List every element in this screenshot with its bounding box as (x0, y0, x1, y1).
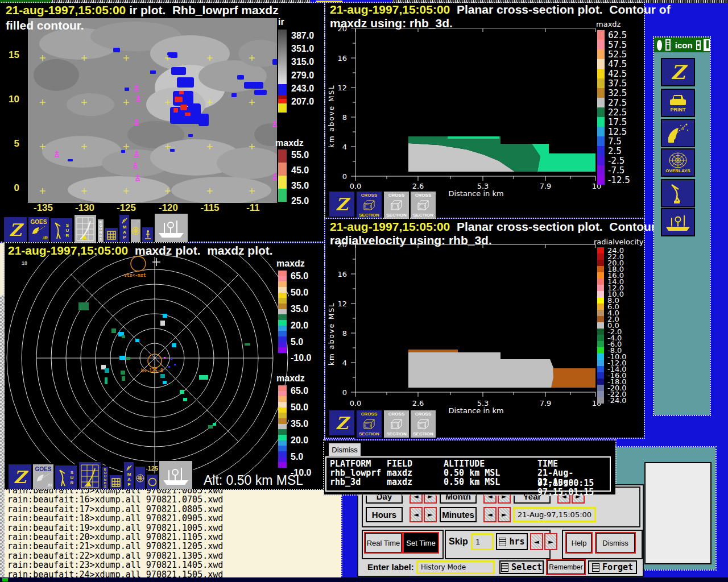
map-star-icon (126, 465, 133, 472)
overlays-button[interactable]: OVERLAYS (661, 148, 695, 177)
cross-section-button[interactable]: CROSS SECTION (410, 190, 437, 220)
bounds-label: BOUNDS (99, 221, 102, 241)
minutes-button[interactable]: Minutes (440, 507, 477, 522)
xs1-colorbar: 62.557.552.547.542.537.532.527.522.517.5… (597, 30, 630, 185)
terminal-line: rain:beaufait:16>xdump.all 970821.0705.x… (7, 494, 223, 504)
hours-button[interactable]: Hours (366, 507, 403, 522)
swatch (597, 366, 604, 372)
swatch (597, 30, 605, 40)
bounds-button[interactable]: BOUNDS (97, 218, 105, 243)
swatch (597, 360, 604, 366)
overlay-rosette-button[interactable] (134, 465, 146, 490)
print-button[interactable]: PRINT (661, 89, 695, 117)
minutes-prev-button[interactable]: ◄ (483, 507, 497, 522)
swatch (597, 260, 604, 266)
remember-button[interactable]: Remember (547, 560, 585, 574)
colorbar-row: 2.5 (597, 146, 630, 156)
swatch (278, 176, 287, 189)
minutes-next-button[interactable]: ► (498, 507, 511, 522)
cube-icon (362, 418, 376, 430)
grid-radar-button[interactable] (73, 214, 97, 244)
skip-prev-button[interactable]: ◄ (530, 533, 543, 550)
zeb-logo-button[interactable]: Z (328, 409, 355, 436)
hours-next-button[interactable]: ► (424, 507, 437, 522)
colorbar-label: 25.0 (291, 193, 309, 209)
window-zoom-button[interactable] (704, 39, 710, 51)
window-iconify-button[interactable] (696, 40, 701, 50)
circle-button[interactable] (146, 473, 159, 490)
ir-plot-window: 21-aug-1997,15:05:00 ir plot. Rhb_lowprf… (0, 3, 324, 242)
bounds-button[interactable]: BOUNDS (101, 465, 109, 490)
swatch (597, 391, 604, 397)
terminal-window[interactable]: rain:beaufait:15>xdump.all 970821.0605.x… (5, 490, 341, 577)
skip-label: Skip (449, 537, 468, 547)
sur-radar-button[interactable]: SUR (54, 464, 78, 490)
goes-satellite-button[interactable] (661, 119, 695, 147)
cross-section-button[interactable]: CROSS SECTION (410, 409, 437, 439)
forget-label: Forget (602, 562, 633, 572)
ir-title-text: ir plot. Rhb_lowprf maxdz (126, 3, 278, 16)
ship-button[interactable] (154, 213, 189, 243)
help-button[interactable]: Help (566, 533, 592, 552)
colorbar-label: 12.5 (608, 127, 627, 137)
hours-prev-button[interactable]: ◄ (410, 507, 423, 522)
zeb-logo-button[interactable]: Z (661, 58, 695, 86)
real-time-button[interactable]: Real Time (365, 533, 402, 552)
colorbar-label: 62.5 (608, 30, 627, 40)
dismiss-button[interactable]: Dismiss (596, 533, 635, 552)
zeb-logo-button[interactable]: Z (7, 463, 32, 490)
icon-window-titlebar[interactable]: icon (654, 38, 710, 52)
forget-menu-button[interactable]: Forget (588, 560, 637, 574)
cross-label: CROSS (415, 411, 431, 417)
grid-radar-button[interactable] (78, 461, 102, 492)
xs2-ytick: 16 (334, 270, 347, 278)
set-time-button[interactable]: Set Time (404, 533, 438, 552)
section-label: SECTION (413, 213, 433, 218)
time-input[interactable]: 21-Aug-97,15:05:00 (513, 507, 596, 522)
skip-units-menu[interactable]: hrs (496, 533, 528, 550)
menu-icon (592, 563, 599, 572)
radar-antenna-button[interactable] (661, 179, 695, 207)
cross-section-button[interactable]: CROSS SECTION (383, 409, 410, 439)
window-menu-button[interactable] (657, 40, 662, 51)
radar-echo (208, 425, 213, 429)
sur-radar-button[interactable]: SUR (49, 217, 73, 243)
swatch (597, 341, 604, 347)
select-menu-button[interactable]: Select (499, 560, 544, 574)
small-grid-button[interactable] (104, 227, 119, 243)
window-doc-button[interactable] (665, 39, 671, 51)
cross-section-button-active[interactable]: CROSS SECTION (355, 190, 383, 220)
radar-echo (105, 377, 107, 384)
goes-ir-button[interactable]: GOES .IR (27, 216, 50, 243)
ship-button[interactable] (661, 208, 695, 236)
radar-echo (119, 356, 125, 360)
goes-ir-button[interactable]: GOES .IR (32, 463, 55, 490)
xs2-title-text: Planar cross-section plot. Contour of (450, 220, 670, 233)
dismiss-button[interactable]: Dismiss (328, 442, 362, 457)
label-input[interactable]: History Mode (416, 560, 495, 574)
map-button[interactable]: MAP (118, 214, 130, 243)
cross-section-radialvelocity-window: 21-aug-1997,15:05:00 Planar cross-sectio… (325, 219, 644, 438)
ir-colorbar-seg (278, 103, 287, 113)
zeb-logo-button[interactable]: Z (3, 216, 28, 243)
ir-window-title2: filled contour. (6, 19, 84, 32)
terminal-line: rain:beaufait:17>xdump.all 970821.0805.x… (7, 504, 223, 513)
small-grid-button[interactable] (109, 474, 123, 490)
buoy-button[interactable] (141, 226, 154, 243)
overlay-rosette-button[interactable] (130, 218, 142, 243)
map-button[interactable]: MAP (123, 461, 135, 490)
cross-section-button-active[interactable]: CROSS SECTION (355, 409, 383, 439)
xs1-ytick: 4 (334, 143, 347, 151)
zeb-z-icon: Z (336, 194, 348, 214)
skip-input[interactable]: 1 (471, 533, 494, 550)
colorbar-label: -12.5 (608, 175, 630, 185)
zeb-logo-button[interactable]: Z (328, 190, 355, 218)
swatch (597, 165, 605, 175)
colorbar-row: 62.5 (597, 30, 630, 40)
swatch (278, 309, 287, 315)
skip-next-button[interactable]: ► (544, 533, 557, 550)
zeb-z-icon: Z (671, 61, 685, 84)
ship-button[interactable] (158, 460, 193, 490)
colorbar-row: 52.5 (597, 49, 630, 59)
cross-section-button[interactable]: CROSS SECTION (383, 190, 410, 220)
